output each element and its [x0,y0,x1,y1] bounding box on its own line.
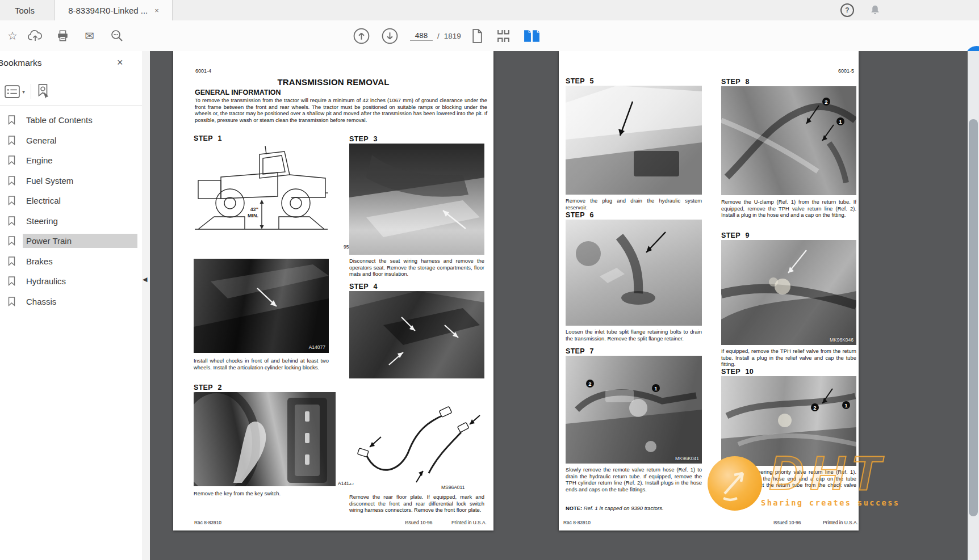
toolbar-divider [31,84,31,99]
tab-document-label: 8-83394R0-Linked ... [68,6,148,15]
step2-heading: STEP 2 [194,384,222,391]
scrolling-view-button[interactable] [493,26,513,46]
bookmarks-toolbar: ▾ [0,79,142,103]
callout-2-badge: 2 [822,98,830,106]
print-button[interactable] [52,26,73,46]
continuous-scroll-icon [496,28,511,44]
bookmark-item-chassis[interactable]: Chassis [0,292,142,312]
find-current-bookmark-button[interactable] [36,84,50,99]
bookmark-item-table-of-contents[interactable]: Table of Contents [0,110,142,130]
envelope-icon: ✉ [85,30,95,41]
step7-heading: STEP 7 [566,347,594,355]
u-clamp-photo: 2 1 [721,86,856,195]
tab-close-icon[interactable]: × [154,6,159,15]
callout-1-badge: 1 [842,401,850,409]
bookmark-item-general[interactable]: General [0,130,142,151]
general-information-text: To remove the transmission from the trac… [195,97,487,124]
bookmark-label: Table of Contents [23,113,137,127]
notifications-button[interactable] [867,2,883,18]
bookmark-label: General [23,133,137,148]
inlet-tube-photo [566,220,702,326]
tab-document[interactable]: 8-83394R0-Linked ... × [55,0,173,20]
articulation-lock-photo: A14077 [194,259,329,353]
dimension-unit: MIN. [248,213,258,218]
bookmark-icon [8,176,15,186]
step3-heading: STEP 3 [349,135,378,143]
dimension-value: 42" [250,207,258,212]
note-text: Ref. 1 is capped on 9390 tractors. [584,505,664,511]
vertical-scrollbar[interactable] [968,51,979,560]
bookmark-item-electrical[interactable]: Electrical [0,191,142,211]
step5-heading: STEP 5 [566,77,594,85]
watermark-brand: DHT [769,448,886,497]
bookmark-item-brakes[interactable]: Brakes [0,251,142,272]
collapse-panel-icon[interactable]: ◀ [143,276,147,283]
watermark-tagline: Sharing creates success [761,498,899,507]
bookmark-label: Engine [23,153,137,167]
footer-publication: Rac 8-83910 [194,520,221,525]
page-number: 6001-5 [838,68,854,74]
section-heading: GENERAL INFORMATION [195,89,281,96]
bookmarks-options-button[interactable]: ▾ [5,85,25,98]
help-icon: ? [840,3,854,17]
printer-icon [56,30,69,42]
page-number: 6001-4 [195,68,211,74]
scrollbar-thumb[interactable] [969,119,978,516]
single-page-icon [471,29,483,43]
bookmarks-list: Table of Contents General Engine Fuel Sy… [0,110,142,311]
bookmark-label: Electrical [23,193,137,208]
two-page-view-button[interactable] [521,26,542,46]
footer-issued: Issued 10-96 [773,520,801,525]
bookmark-item-fuel-system[interactable]: Fuel System [0,171,142,191]
bookmark-icon [8,276,15,286]
single-page-view-button[interactable] [467,26,487,46]
document-canvas: 6001-4 TRANSMISSION REMOVAL GENERAL INFO… [150,51,968,560]
email-button[interactable]: ✉ [80,26,100,46]
star-button[interactable]: ☆ [2,26,23,46]
page-total: 1819 [444,32,461,40]
main-toolbar: ☆ ✉ / 1819 [0,20,979,52]
callout-1-badge: 1 [836,117,844,125]
note-line: NOTE: Ref. 1 is capped on 9390 tractors. [566,505,664,511]
bookmark-item-hydraulics[interactable]: Hydraulics [0,271,142,292]
footer-printed: Printed in U.S.A. [451,520,487,525]
step9-heading: STEP 9 [721,231,750,239]
note-label: NOTE: [566,505,582,511]
chevron-down-icon: ▾ [22,89,25,95]
step1-tractor-drawing: 42" MIN. [194,143,329,242]
key-switch-photo [194,392,336,486]
floor-plate-photo [349,291,484,378]
bookmark-item-engine[interactable]: Engine [0,150,142,171]
previous-page-button[interactable] [351,26,371,46]
tab-tools[interactable]: Tools [0,0,49,20]
bookmarks-panel-title: Bookmarks [0,58,42,68]
page-6001-4: 6001-4 TRANSMISSION REMOVAL GENERAL INFO… [173,51,493,530]
tab-bar: Tools 8-83394R0-Linked ... × ? [0,0,979,21]
bookmark-item-steering[interactable]: Steering [0,211,142,231]
bookmarks-panel: Bookmarks × ▾ Table of Contents General … [0,51,142,560]
step8-caption: Remove the U-clamp (Ref. 1) from the ret… [721,199,856,218]
panel-splitter[interactable]: ◀ [142,51,150,560]
arrow-up-circle-icon [353,27,370,45]
options-list-icon [5,85,20,98]
search-button[interactable] [107,26,127,46]
bookmark-label: Chassis [23,294,137,309]
step3-caption: Disconnect the seat wiring harness and r… [349,258,484,277]
watermark-logo [706,455,763,512]
operator-seat-photo [349,144,484,255]
help-button[interactable]: ? [839,2,855,18]
two-page-view-icon [523,29,541,43]
bookmark-label: Power Train [23,234,137,248]
next-page-button[interactable] [379,26,400,46]
bookmarks-close-icon[interactable]: × [117,57,123,69]
step4-caption: Remove the rear floor plate. If equipped… [349,494,484,513]
callout-2-badge: 2 [586,380,594,388]
bookmark-icon [8,236,15,246]
remote-valve-return-hose-photo: 2 1 MK96K041 [566,356,702,464]
bookmark-item-power-train[interactable]: Power Train [0,231,142,251]
step10-heading: STEP 10 [721,368,754,376]
bookmark-icon [8,155,15,165]
bell-icon [869,4,881,16]
page-number-input[interactable] [410,31,433,41]
cloud-upload-button[interactable] [25,26,45,46]
